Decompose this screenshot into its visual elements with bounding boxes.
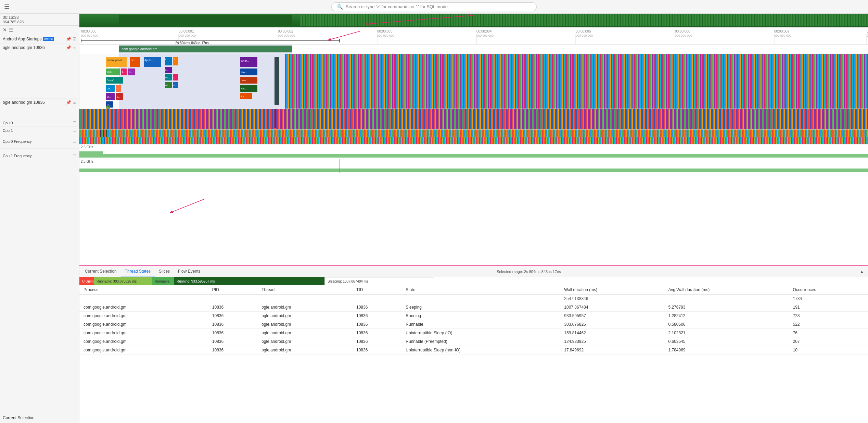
cpu1-freq-viz	[79, 159, 868, 173]
track-android-startups[interactable]: com.google.android.gm	[79, 45, 868, 54]
state-runnable-1: Runnable: 303.076826 ms	[94, 277, 152, 285]
pin-icon[interactable]: 📌	[66, 37, 71, 41]
tab-slices[interactable]: Slices	[155, 267, 174, 276]
checkbox-icon[interactable]: ☑	[73, 100, 76, 105]
track-label-android-startups: Android App Startups metric 📌 ☑	[0, 34, 79, 44]
track-thread-2[interactable]	[79, 109, 868, 129]
checkbox-icon[interactable]: ☑	[73, 45, 76, 50]
svg-rect-114	[79, 151, 103, 158]
pin-icon[interactable]: 📌	[66, 100, 71, 105]
frame-count: 364 785 828	[3, 20, 76, 24]
pin-icon[interactable]: 📌	[66, 45, 71, 50]
track-cpu1[interactable]	[79, 137, 868, 145]
checkbox-icon[interactable]: ☐	[73, 121, 76, 125]
state-runnable-2: Runnable	[152, 277, 174, 285]
table-header-row: Process PID Thread TID State Wall durati…	[79, 285, 868, 295]
svg-text:OpenD...: OpenD...	[107, 79, 116, 82]
total-occurrences: 1734	[789, 295, 868, 303]
close-icon[interactable]: ✕	[3, 27, 7, 33]
col-avg-wall: Avg Wall duration (ms)	[664, 285, 789, 295]
svg-text:A: A	[174, 58, 175, 61]
svg-text:in...: in...	[165, 58, 169, 61]
table-row[interactable]: com.google.android.gm 10836 ogle.android…	[79, 320, 868, 329]
track-label-ogle-2: ogle.android.gm 10836 📌 ☑	[0, 99, 79, 119]
svg-text:act...: act...	[131, 59, 137, 62]
table-row[interactable]: com.google.android.gm 10836 ogle.android…	[79, 303, 868, 312]
svg-text:000 000 000: 000 000 000	[377, 34, 394, 37]
col-pid: PID	[208, 285, 257, 295]
metric-badge: metric	[43, 37, 54, 41]
col-state: State	[401, 285, 560, 295]
svg-rect-98	[79, 129, 868, 137]
checkbox-icon[interactable]: ☐	[73, 153, 76, 158]
data-table[interactable]: Process PID Thread TID State Wall durati…	[79, 285, 868, 423]
timeline-overview[interactable]: 00:00:000 000 000 000 00:00:001 000 000 …	[79, 14, 868, 45]
up-arrow-button[interactable]: ▲	[857, 268, 867, 275]
search-bar[interactable]: 🔍	[331, 2, 537, 11]
top-bar: ☰ 🔍	[0, 0, 868, 14]
total-wall: 2547.138346	[560, 295, 664, 303]
track-cpu0-freq[interactable]: 2.5 GHz	[79, 145, 868, 159]
svg-rect-115	[79, 169, 868, 172]
svg-text:bindApplicat...: bindApplicat...	[107, 59, 124, 62]
svg-rect-105	[106, 129, 107, 137]
tab-thread-states[interactable]: Thread States	[121, 267, 155, 276]
svg-text:Ge...: Ge...	[107, 87, 112, 90]
track-cpu0[interactable]	[79, 129, 868, 137]
table-row[interactable]: com.google.android.gm 10836 ogle.android…	[79, 329, 868, 337]
col-occurrences: Occurrences	[789, 285, 868, 295]
hamburger-icon[interactable]: ☰	[4, 3, 10, 11]
selection-tabs: Current Selection Thread States Slices F…	[79, 266, 868, 277]
track-cpu1-freq[interactable]: 2.5 GHz	[79, 159, 868, 173]
table-row[interactable]: com.google.android.gm 10836 ogle.android…	[79, 346, 868, 354]
thread-viz-2	[79, 109, 868, 129]
state-sleeping: Sleeping: 1007.867484 ms	[324, 277, 434, 285]
cell-state: Sleeping	[401, 303, 560, 312]
search-icon: 🔍	[337, 4, 343, 10]
cell-pid: 10836	[208, 303, 257, 312]
menu-icon[interactable]: ☰	[9, 27, 13, 33]
checkbox-icon[interactable]: ☑	[73, 37, 76, 41]
checkbox-icon[interactable]: ☐	[73, 139, 76, 144]
table-row[interactable]: com.google.android.gm 10836 ogle.android…	[79, 337, 868, 346]
svg-rect-104	[103, 129, 104, 137]
svg-text:00:00:008: 00:00:008	[867, 29, 868, 33]
svg-text:000 000 000: 000 000 000	[774, 34, 791, 37]
timeline-info: 00:16:33 364 785 828	[0, 14, 79, 26]
svg-text:00:00:003: 00:00:003	[377, 29, 393, 33]
svg-text:A: A	[117, 87, 118, 90]
svg-text:Appli...: Appli...	[144, 59, 153, 62]
svg-text:pe...: pe...	[129, 71, 133, 74]
cpu1-viz	[79, 137, 868, 145]
svg-rect-112	[104, 137, 105, 145]
svg-line-0	[367, 15, 473, 24]
tab-current-selection[interactable]: Current Selection	[81, 267, 121, 276]
col-tid: TID	[352, 285, 401, 295]
label-text: ogle.android.gm 10836	[3, 100, 45, 105]
bottom-panel: Current Selection Thread States Slices F…	[79, 265, 868, 423]
svg-rect-84	[285, 54, 868, 109]
label-text: ogle.android.gm 10836	[3, 45, 45, 50]
svg-text:on...: on...	[165, 84, 170, 86]
checkbox-icon[interactable]: ☐	[73, 128, 76, 133]
tab-flow-events[interactable]: Flow Events	[174, 267, 204, 276]
search-input[interactable]	[346, 4, 531, 9]
svg-line-32	[329, 31, 360, 40]
svg-text:000 000 000: 000 000 000	[179, 34, 196, 37]
table-row[interactable]: com.google.android.gm 10836 ogle.android…	[79, 312, 868, 320]
svg-text:00:00:000: 00:00:000	[81, 29, 97, 33]
track-controls: ✕ ☰	[0, 26, 79, 34]
col-process: Process	[79, 285, 208, 295]
cell-occ: 191	[789, 303, 868, 312]
svg-text:000 000 000: 000 000 000	[867, 34, 868, 37]
svg-rect-106	[79, 137, 868, 145]
cpu0-viz	[79, 129, 868, 137]
svg-text:000 000 000: 000 000 000	[576, 34, 593, 37]
svg-text:Rec...: Rec...	[241, 87, 247, 90]
label-text: Cou 1 Frequency	[3, 154, 31, 158]
tracks-area[interactable]: com.google.android.gm bindApplicat... ac…	[79, 45, 868, 265]
cell-tid: 10836	[352, 303, 401, 312]
track-thread-1[interactable]: bindApplicat... act... Appli... /data...…	[79, 54, 868, 109]
svg-text:00:00:004: 00:00:004	[476, 29, 492, 33]
svg-text:L: L	[174, 76, 175, 79]
